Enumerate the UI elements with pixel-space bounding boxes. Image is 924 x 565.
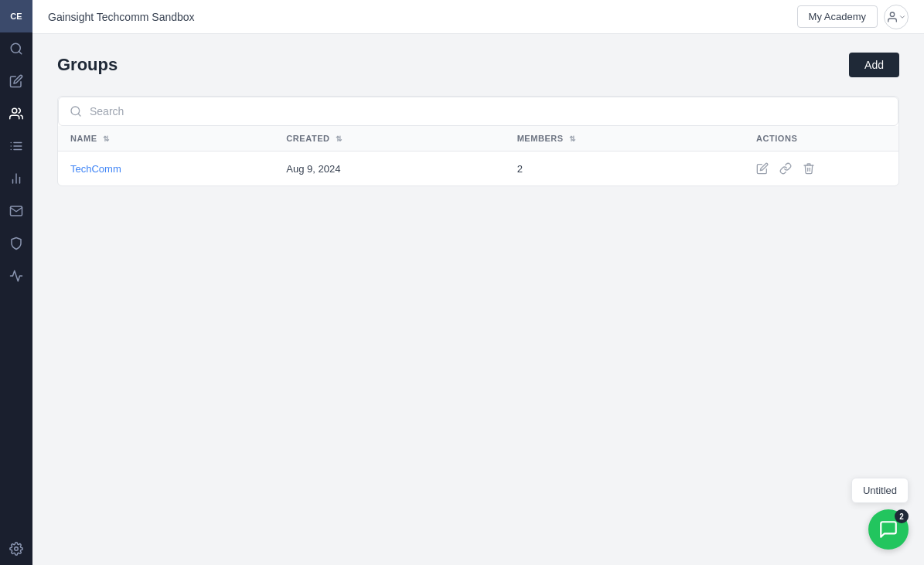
topbar-right: My Academy (797, 5, 909, 29)
sidebar-item-integrations[interactable] (0, 260, 32, 292)
group-name-link[interactable]: TechComm (70, 163, 121, 175)
table-header: NAME ⇅ CREATED ⇅ MEMBERS ⇅ ACTIONS (58, 126, 898, 151)
sidebar-item-search[interactable] (0, 32, 32, 65)
row-created-cell: Aug 9, 2024 (274, 151, 504, 186)
sidebar-item-analytics[interactable] (0, 162, 32, 195)
col-members[interactable]: MEMBERS ⇅ (505, 126, 744, 151)
search-bar (58, 97, 898, 126)
svg-point-13 (890, 12, 894, 16)
sidebar-item-messages[interactable] (0, 195, 32, 227)
chat-tooltip: Untitled (851, 478, 909, 503)
page-content: Groups Add NAME ⇅ (32, 34, 924, 565)
delete-action-icon[interactable] (803, 162, 815, 175)
sort-icon-name: ⇅ (103, 134, 110, 143)
sidebar-item-tools[interactable] (0, 130, 32, 162)
sidebar-item-shield[interactable] (0, 227, 32, 260)
my-academy-button[interactable]: My Academy (797, 5, 878, 28)
chat-button[interactable]: 2 (868, 509, 909, 550)
sidebar-item-users[interactable] (0, 97, 32, 130)
svg-point-2 (12, 108, 17, 113)
page-header: Groups Add (57, 53, 899, 77)
sort-icon-created: ⇅ (336, 134, 343, 143)
chevron-down-icon (898, 13, 906, 21)
instance-name: Gainsight Techcomm Sandbox (48, 11, 195, 23)
svg-point-12 (15, 547, 19, 551)
search-input[interactable] (90, 105, 887, 117)
svg-line-1 (19, 51, 21, 53)
col-created[interactable]: CREATED ⇅ (274, 126, 504, 151)
topbar: Gainsight Techcomm Sandbox My Academy (32, 0, 924, 34)
actions-group (756, 162, 886, 175)
user-icon (886, 11, 898, 23)
user-menu-button[interactable] (884, 5, 909, 29)
sidebar-item-edit[interactable] (0, 65, 32, 97)
main-content: Gainsight Techcomm Sandbox My Academy Gr… (32, 0, 924, 565)
sidebar: CE (0, 0, 32, 565)
chat-icon (878, 519, 898, 539)
add-button[interactable]: Add (849, 53, 899, 77)
svg-line-15 (78, 114, 80, 116)
col-name[interactable]: NAME ⇅ (58, 126, 274, 151)
page-title: Groups (57, 55, 118, 75)
row-actions-cell (744, 151, 898, 186)
chat-widget: Untitled 2 (851, 478, 909, 550)
sidebar-item-settings[interactable] (0, 533, 32, 565)
app-logo[interactable]: CE (0, 0, 32, 32)
sort-icon-members: ⇅ (569, 134, 576, 143)
link-action-icon[interactable] (779, 162, 792, 175)
groups-table-wrapper: NAME ⇅ CREATED ⇅ MEMBERS ⇅ ACTIONS (57, 96, 899, 186)
edit-action-icon[interactable] (756, 162, 769, 175)
row-name-cell: TechComm (58, 151, 274, 186)
chat-badge: 2 (895, 509, 909, 523)
search-icon (70, 105, 82, 117)
row-members-cell: 2 (505, 151, 744, 186)
table-row: TechComm Aug 9, 2024 2 (58, 151, 898, 186)
groups-table: NAME ⇅ CREATED ⇅ MEMBERS ⇅ ACTIONS (58, 126, 898, 185)
table-body: TechComm Aug 9, 2024 2 (58, 151, 898, 186)
col-actions: ACTIONS (744, 126, 898, 151)
